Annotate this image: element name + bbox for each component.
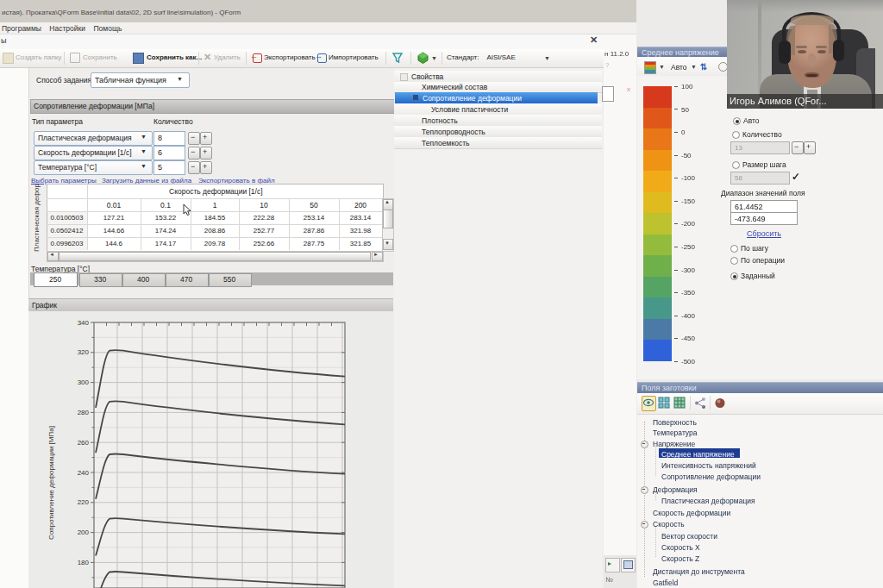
- svg-text:260: 260: [78, 439, 90, 447]
- svg-text:280: 280: [78, 409, 90, 416]
- svg-text:200: 200: [78, 529, 90, 536]
- svg-text:240: 240: [78, 469, 90, 477]
- svg-text:180: 180: [78, 559, 90, 566]
- svg-text:340: 340: [78, 319, 90, 327]
- svg-text:Сопротивление деформации [МПа]: Сопротивление деформации [МПа]: [47, 426, 55, 540]
- svg-text:220: 220: [78, 498, 90, 506]
- svg-text:320: 320: [78, 348, 90, 356]
- svg-text:300: 300: [78, 378, 90, 386]
